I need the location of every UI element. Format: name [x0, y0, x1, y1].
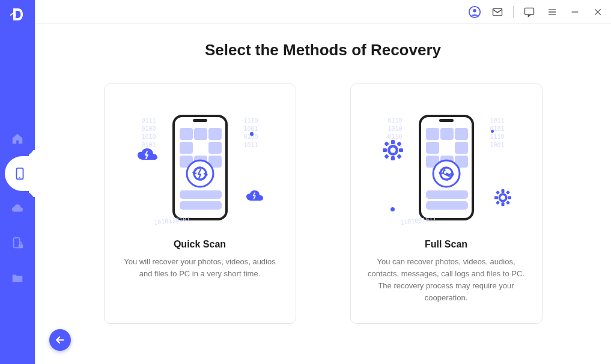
svg-point-46: [500, 195, 505, 200]
svg-rect-45: [505, 201, 509, 205]
svg-rect-48: [439, 119, 454, 122]
phone-illustration: [416, 114, 476, 222]
account-icon: [468, 5, 481, 19]
svg-rect-42: [495, 190, 499, 195]
gear-icon: [382, 139, 404, 161]
card-desc: You will recover your photos, videos, au…: [118, 256, 282, 280]
illustration-full-scan: 0110 1010 0110 1001 1011 0101 1110 1001 …: [364, 99, 529, 237]
close-button[interactable]: [591, 5, 605, 19]
minimize-button[interactable]: [568, 5, 582, 19]
cloud-icon: [11, 202, 24, 215]
svg-rect-31: [399, 148, 403, 152]
svg-rect-38: [501, 189, 504, 193]
sidebar-item-cloud[interactable]: [0, 191, 35, 226]
minimize-icon: [570, 7, 580, 17]
card-full-scan[interactable]: 0110 1010 0110 1001 1011 0101 1110 1001 …: [350, 83, 543, 324]
svg-point-36: [390, 148, 395, 153]
main-area: Select the Methods of Recovery 0111 0100…: [35, 0, 611, 364]
svg-rect-33: [397, 141, 401, 146]
page-title: Select the Methods of Recovery: [35, 41, 611, 59]
svg-rect-19: [180, 142, 193, 154]
svg-rect-57: [426, 190, 468, 199]
card-quick-scan[interactable]: 0111 0100 1010 0101 1110 1001 0100 1011 …: [104, 83, 296, 324]
svg-rect-28: [391, 140, 395, 144]
svg-rect-3: [19, 244, 23, 248]
svg-rect-58: [426, 201, 468, 210]
illustration-quick-scan: 0111 0100 1010 0101 1110 1001 0100 1011 …: [118, 99, 282, 237]
sidebar: [0, 0, 35, 364]
arrow-left-icon: [54, 334, 66, 346]
svg-rect-30: [383, 148, 387, 152]
separator: [513, 6, 514, 18]
card-title: Quick Scan: [174, 239, 226, 250]
svg-rect-40: [494, 196, 498, 199]
sidebar-item-phone[interactable]: [5, 156, 35, 191]
card-title: Full Scan: [425, 239, 467, 250]
svg-rect-34: [384, 154, 389, 159]
svg-rect-6: [493, 8, 502, 16]
phone-illustration: [170, 114, 230, 222]
svg-rect-29: [391, 156, 395, 160]
close-icon: [593, 7, 603, 17]
home-icon: [11, 132, 24, 145]
content: Select the Methods of Recovery 0111 0100…: [35, 24, 611, 364]
svg-rect-43: [505, 190, 509, 195]
svg-rect-20: [208, 142, 222, 154]
mail-button[interactable]: [490, 5, 505, 19]
sidebar-item-secure-phone[interactable]: [0, 226, 35, 261]
svg-rect-16: [180, 128, 193, 140]
card-desc: You can recover photos, videos, audios, …: [364, 256, 529, 305]
svg-rect-35: [397, 154, 401, 159]
svg-point-60: [443, 171, 446, 174]
cloud-lightning-icon: [245, 189, 266, 204]
phone-lock-icon: [11, 237, 24, 250]
titlebar: [35, 0, 611, 24]
svg-rect-49: [426, 128, 439, 140]
menu-icon: [547, 7, 558, 17]
gear-icon: [494, 189, 512, 207]
cards-row: 0111 0100 1010 0101 1110 1001 0100 1011 …: [35, 83, 611, 324]
menu-button[interactable]: [545, 5, 559, 19]
svg-rect-17: [194, 128, 207, 140]
svg-rect-53: [455, 142, 468, 154]
mail-icon: [491, 6, 503, 18]
svg-rect-50: [440, 128, 454, 140]
folder-icon: [11, 271, 24, 285]
svg-rect-18: [208, 128, 222, 140]
svg-rect-41: [508, 196, 511, 199]
feedback-button[interactable]: [522, 5, 537, 19]
account-button[interactable]: [467, 5, 482, 19]
svg-rect-32: [384, 141, 389, 146]
svg-rect-24: [180, 190, 222, 199]
svg-rect-44: [495, 201, 499, 205]
sidebar-item-folder[interactable]: [0, 261, 35, 296]
svg-rect-51: [455, 128, 468, 140]
svg-rect-25: [180, 201, 222, 210]
svg-rect-15: [193, 119, 207, 122]
svg-rect-52: [426, 142, 439, 154]
svg-point-1: [19, 177, 20, 178]
app-logo: [0, 2, 35, 26]
feedback-icon: [523, 6, 535, 18]
svg-rect-7: [525, 8, 534, 14]
svg-point-5: [473, 8, 476, 11]
back-button[interactable]: [49, 329, 71, 351]
svg-rect-39: [501, 202, 504, 206]
cloud-lightning-icon: [136, 147, 160, 165]
phone-icon: [13, 167, 26, 180]
